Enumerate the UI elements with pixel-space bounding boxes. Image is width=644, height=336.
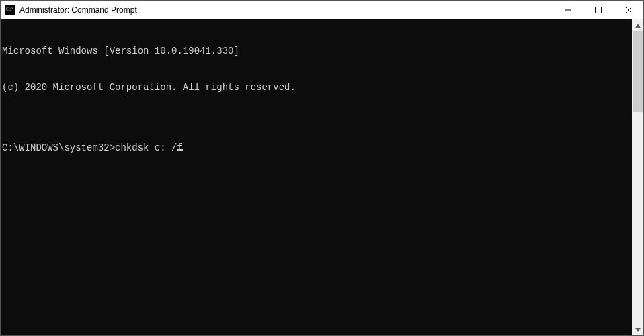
scroll-track[interactable] bbox=[632, 31, 643, 324]
close-button[interactable] bbox=[613, 1, 643, 19]
cmd-icon-label: C:\ bbox=[6, 7, 15, 12]
copyright-line: (c) 2020 Microsoft Corporation. All righ… bbox=[2, 81, 632, 93]
minimize-button[interactable] bbox=[553, 1, 583, 19]
svg-rect-1 bbox=[595, 7, 601, 13]
scroll-down-arrow-icon[interactable] bbox=[632, 324, 643, 335]
titlebar[interactable]: C:\ Administrator: Command Prompt bbox=[1, 1, 643, 19]
text-cursor bbox=[177, 149, 183, 151]
prompt-text: C:\WINDOWS\system32> bbox=[2, 142, 115, 153]
version-line: Microsoft Windows [Version 10.0.19041.33… bbox=[2, 45, 632, 57]
scroll-thumb[interactable] bbox=[633, 31, 643, 112]
terminal-output[interactable]: Microsoft Windows [Version 10.0.19041.33… bbox=[1, 19, 632, 335]
maximize-button[interactable] bbox=[583, 1, 613, 19]
vertical-scrollbar[interactable] bbox=[632, 19, 643, 335]
prompt-line: C:\WINDOWS\system32>chkdsk c: /f bbox=[2, 142, 632, 154]
command-text: chkdsk c: /f bbox=[115, 142, 183, 153]
scroll-up-arrow-icon[interactable] bbox=[632, 19, 643, 31]
window-controls bbox=[553, 1, 643, 19]
command-prompt-window: C:\ Administrator: Command Prompt Micros… bbox=[0, 0, 644, 336]
content-area: Microsoft Windows [Version 10.0.19041.33… bbox=[1, 19, 643, 335]
window-title: Administrator: Command Prompt bbox=[19, 5, 553, 15]
cmd-icon: C:\ bbox=[5, 5, 15, 15]
